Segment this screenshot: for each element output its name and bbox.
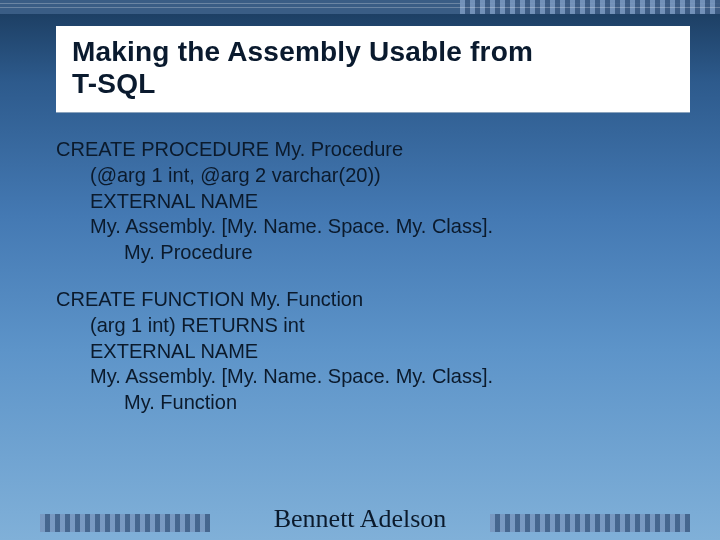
footer-author: Bennett Adelson xyxy=(264,504,457,534)
code-line: CREATE PROCEDURE My. Procedure xyxy=(56,137,690,163)
code-line: My. Assembly. [My. Name. Space. My. Clas… xyxy=(56,214,690,240)
title-box: Making the Assembly Usable from T-SQL xyxy=(56,26,690,113)
title-line-1: Making the Assembly Usable from xyxy=(72,36,533,67)
code-line: My. Function xyxy=(56,390,690,416)
code-line: My. Procedure xyxy=(56,240,690,266)
code-line: (@arg 1 int, @arg 2 varchar(20)) xyxy=(56,163,690,189)
code-line: CREATE FUNCTION My. Function xyxy=(56,287,690,313)
code-line: EXTERNAL NAME xyxy=(56,339,690,365)
code-line: EXTERNAL NAME xyxy=(56,189,690,215)
slide-title: Making the Assembly Usable from T-SQL xyxy=(72,36,674,100)
slide-footer: Bennett Adelson xyxy=(0,504,720,534)
slide-top-bar xyxy=(0,0,720,14)
top-hatch-decor xyxy=(460,0,720,14)
slide-body: CREATE PROCEDURE My. Procedure (@arg 1 i… xyxy=(56,137,690,415)
code-line: My. Assembly. [My. Name. Space. My. Clas… xyxy=(56,364,690,390)
code-block-function: CREATE FUNCTION My. Function (arg 1 int)… xyxy=(56,287,690,415)
code-block-procedure: CREATE PROCEDURE My. Procedure (@arg 1 i… xyxy=(56,137,690,265)
title-line-2: T-SQL xyxy=(72,68,155,99)
code-line: (arg 1 int) RETURNS int xyxy=(56,313,690,339)
